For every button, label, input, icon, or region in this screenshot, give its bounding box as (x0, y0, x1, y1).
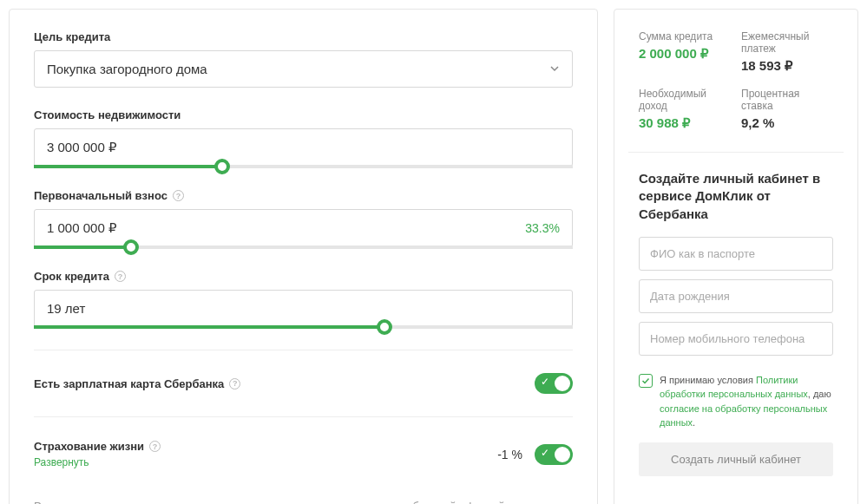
down-payment-percentage: 33.3% (525, 221, 560, 235)
purpose-label: Цель кредита (34, 30, 573, 43)
slider-thumb-icon[interactable] (214, 159, 230, 174)
data-consent-link[interactable]: согласие на обработку персональных данны… (660, 403, 827, 429)
term-input[interactable]: 19 лет (34, 290, 573, 327)
down-payment-slider[interactable] (34, 245, 573, 249)
life-insurance-label: Страхование жизни (34, 440, 144, 453)
dob-input[interactable] (639, 279, 833, 313)
rate-value: 9,2 % (741, 115, 833, 130)
cta-heading: Создайте личный кабинет в сервисе ДомКли… (639, 170, 833, 223)
monthly-payment-label: Ежемесячный платеж (741, 30, 833, 55)
term-slider[interactable] (34, 325, 573, 329)
term-value: 19 лет (47, 301, 85, 316)
divider (628, 152, 844, 153)
property-cost-value: 3 000 000 ₽ (47, 140, 117, 155)
down-payment-label: Первоначальный взнос (34, 189, 167, 202)
property-cost-slider[interactable] (34, 165, 573, 168)
toggle-knob-icon (555, 447, 570, 462)
phone-input[interactable] (639, 322, 833, 356)
consent-text: Я принимаю условия Политики обработки пе… (660, 373, 833, 430)
life-insurance-delta: -1 % (497, 448, 522, 461)
slider-thumb-icon[interactable] (377, 319, 392, 335)
rate-label: Процентная ставка (741, 88, 833, 112)
info-icon[interactable]: ? (149, 441, 161, 452)
disclaimer-text: Расчет параметров кредита является предв… (34, 500, 573, 504)
salary-card-label: Есть зарплатная карта Сбербанка (34, 377, 224, 390)
life-insurance-toggle[interactable]: ✓ (535, 444, 573, 465)
loan-amount-item: Сумма кредита 2 000 000 ₽ (639, 30, 731, 74)
chevron-down-icon (549, 62, 560, 76)
rate-item: Процентная ставка 9,2 % (741, 88, 833, 131)
name-input[interactable] (639, 237, 833, 271)
down-payment-group: Первоначальный взнос ? 1 000 000 ₽ 33.3% (34, 189, 573, 249)
info-icon[interactable]: ? (115, 271, 126, 282)
required-income-item: Необходимый доход 30 988 ₽ (639, 88, 731, 131)
slider-thumb-icon[interactable] (123, 239, 139, 255)
loan-amount-value: 2 000 000 ₽ (639, 46, 731, 62)
down-payment-value: 1 000 000 ₽ (47, 220, 117, 236)
loan-amount-label: Сумма кредита (639, 30, 731, 43)
consent-checkbox[interactable] (639, 374, 653, 388)
create-account-button[interactable]: Создать личный кабинет (639, 442, 833, 476)
term-group: Срок кредита ? 19 лет (34, 270, 573, 329)
divider (34, 350, 573, 350)
check-icon: ✓ (541, 447, 549, 459)
purpose-value: Покупка загородного дома (47, 62, 207, 76)
property-cost-label: Стоимость недвижимости (34, 108, 573, 121)
consent-row: Я принимаю условия Политики обработки пе… (639, 373, 833, 430)
monthly-payment-value: 18 593 ₽ (741, 58, 833, 74)
term-label: Срок кредита (34, 270, 109, 283)
salary-card-toggle[interactable]: ✓ (535, 373, 573, 394)
info-icon[interactable]: ? (173, 190, 184, 201)
check-icon: ✓ (541, 376, 549, 388)
expand-link[interactable]: Развернуть (34, 456, 161, 468)
summary-panel: Сумма кредита 2 000 000 ₽ Ежемесячный пл… (614, 9, 858, 504)
summary-grid: Сумма кредита 2 000 000 ₽ Ежемесячный пл… (639, 30, 833, 131)
monthly-payment-item: Ежемесячный платеж 18 593 ₽ (741, 30, 833, 74)
purpose-field-group: Цель кредита Покупка загородного дома (34, 30, 573, 88)
down-payment-input[interactable]: 1 000 000 ₽ 33.3% (34, 209, 573, 247)
life-insurance-toggle-row: Страхование жизни ? Развернуть -1 % ✓ (34, 424, 573, 484)
toggle-knob-icon (555, 376, 570, 391)
required-income-value: 30 988 ₽ (639, 115, 731, 131)
info-icon[interactable]: ? (229, 378, 240, 389)
purpose-select[interactable]: Покупка загородного дома (34, 50, 573, 88)
salary-card-toggle-row: Есть зарплатная карта Сбербанка ? ✓ (34, 357, 573, 409)
calculator-panel: Цель кредита Покупка загородного дома Ст… (9, 9, 598, 504)
divider (34, 416, 573, 417)
required-income-label: Необходимый доход (639, 88, 731, 112)
property-cost-group: Стоимость недвижимости 3 000 000 ₽ (34, 108, 573, 168)
property-cost-input[interactable]: 3 000 000 ₽ (34, 128, 573, 167)
